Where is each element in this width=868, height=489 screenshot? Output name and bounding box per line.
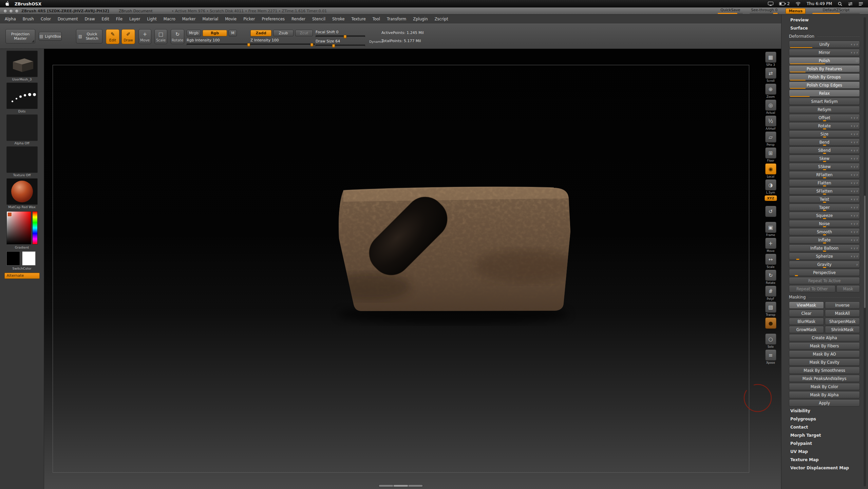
- deform-polish[interactable]: Polish ○: [789, 57, 860, 64]
- battery-icon[interactable]: 2: [779, 1, 790, 6]
- window-controls[interactable]: [3, 9, 19, 13]
- axis-toggles[interactable]: ·: [857, 84, 858, 87]
- deform-spherize[interactable]: Spherize x y z: [789, 253, 860, 260]
- switch-color-label[interactable]: SwitchColor: [0, 266, 44, 271]
- rgb-button[interactable]: Rgb: [203, 30, 227, 36]
- slider-handle[interactable]: [310, 43, 314, 47]
- deform-unify[interactable]: Unify x y z: [789, 41, 860, 48]
- window-zoom-button[interactable]: [15, 9, 19, 13]
- window-close-button[interactable]: [3, 9, 7, 13]
- deform-twist[interactable]: Twist x y z: [789, 196, 860, 203]
- axis-toggles[interactable]: x y z: [851, 125, 858, 127]
- slider-handle[interactable]: [247, 43, 250, 47]
- m-button[interactable]: M: [229, 30, 237, 36]
- shelf-scroll[interactable]: ⇄ Scroll: [763, 68, 778, 83]
- mask-viewmask[interactable]: ViewMask: [789, 302, 824, 309]
- axis-toggles[interactable]: x y z: [851, 214, 858, 217]
- shelf-xpose[interactable]: ≡ Xpose: [763, 349, 778, 364]
- palette-section-vector-displacement-map[interactable]: Vector Displacement Map: [789, 465, 860, 471]
- axis-toggles[interactable]: ·: [857, 68, 858, 70]
- menu-color[interactable]: Color: [37, 17, 54, 21]
- menu-draw[interactable]: Draw: [81, 17, 98, 21]
- control-center-icon[interactable]: [848, 2, 853, 6]
- deform-polish-crisp-edges[interactable]: Polish Crisp Edges ·: [789, 82, 860, 89]
- deform-polish-by-features[interactable]: Polish By Features ·: [789, 65, 860, 72]
- deform-noise[interactable]: Noise x y z: [789, 220, 860, 227]
- secondary-color-swatch[interactable]: [22, 251, 36, 266]
- deform-bend[interactable]: Bend x y z: [789, 139, 860, 146]
- mask-small-button[interactable]: Mask: [836, 285, 860, 292]
- menu-movie[interactable]: Movie: [222, 17, 240, 21]
- quick-sketch-button[interactable]: ▧Quick Sketch: [76, 29, 102, 43]
- axis-toggles[interactable]: ·: [857, 92, 858, 95]
- mrgb-button[interactable]: Mrgb: [187, 30, 201, 36]
- axis-toggles[interactable]: x y z: [851, 133, 858, 135]
- shelf-actual[interactable]: ◎ Actual: [763, 99, 778, 114]
- palette-section-texture-map[interactable]: Texture Map: [789, 456, 860, 463]
- mask-maskall[interactable]: MaskAll: [825, 310, 860, 317]
- axis-toggles[interactable]: y: [856, 263, 858, 266]
- panel-scrollbar[interactable]: [864, 17, 866, 486]
- deform-inflate-balloon[interactable]: Inflate Balloon x y z: [789, 244, 860, 252]
- masking-header[interactable]: Masking: [789, 295, 860, 300]
- mask-mask-by-alpha[interactable]: Mask By Alpha: [789, 391, 860, 398]
- deform-smooth[interactable]: Smooth x y z: [789, 228, 860, 235]
- shelf-move[interactable]: + Move: [763, 238, 778, 253]
- axis-toggles[interactable]: x y z: [851, 165, 858, 168]
- deform-relax[interactable]: Relax ·: [789, 90, 860, 97]
- axis-toggles[interactable]: ○: [856, 59, 858, 62]
- menu-preferences[interactable]: Preferences: [258, 17, 288, 21]
- slider-handle[interactable]: [344, 35, 347, 38]
- menu-edit[interactable]: Edit: [98, 17, 113, 21]
- deform-mirror[interactable]: Mirror x y z: [789, 49, 860, 56]
- projection-master-button[interactable]: Projection Master: [5, 29, 35, 43]
- palette-section-polygroups[interactable]: Polygroups: [789, 416, 860, 422]
- axis-toggles[interactable]: x y z: [851, 247, 858, 250]
- mask-mask-by-cavity[interactable]: Mask By Cavity: [789, 359, 860, 366]
- menu-file[interactable]: File: [113, 17, 126, 21]
- menu-picker[interactable]: Picker: [240, 17, 258, 21]
- deform-polish-by-groups[interactable]: Polish By Groups ·: [789, 73, 860, 80]
- macos-app-name[interactable]: ZBrushOSX: [15, 1, 41, 6]
- shelf-transp[interactable]: ▧ Transp: [763, 302, 778, 316]
- menu-transform[interactable]: Transform: [383, 17, 410, 21]
- mask-clear[interactable]: Clear: [789, 310, 824, 317]
- deform-inflate[interactable]: Inflate x y z: [789, 236, 860, 243]
- current-alpha-slot[interactable]: Alpha Off: [6, 114, 38, 145]
- axis-toggles[interactable]: x y z: [851, 190, 858, 193]
- mask-sharpenmask[interactable]: SharpenMask: [825, 318, 860, 325]
- mask-mask-peaksandvalleys[interactable]: Mask PeaksAndValleys: [789, 375, 860, 382]
- mask-mask-by-smoothness[interactable]: Mask By Smoothness: [789, 367, 860, 374]
- deform-sskew[interactable]: SSkew x y z: [789, 163, 860, 170]
- axis-toggles[interactable]: x y z: [851, 51, 858, 54]
- apple-menu-icon[interactable]: [5, 1, 9, 7]
- axis-toggles[interactable]: x y z: [851, 43, 858, 46]
- palette-section-visibility[interactable]: Visibility: [789, 408, 860, 414]
- menu-render[interactable]: Render: [288, 17, 309, 21]
- current-texture-slot[interactable]: Texture Off: [6, 146, 38, 177]
- main-color-swatch[interactable]: [6, 251, 20, 266]
- axis-toggles[interactable]: x y z: [851, 222, 858, 225]
- shelf-lsym[interactable]: ◑ L.Sym: [763, 179, 778, 194]
- zadd-button[interactable]: Zadd: [250, 30, 271, 36]
- draw-size-slider[interactable]: [316, 44, 365, 47]
- deform-offset[interactable]: Offset x y z: [789, 114, 860, 121]
- shelf-zoom[interactable]: ⊕ Zoom: [763, 84, 778, 98]
- deform-gravity[interactable]: Gravity y: [789, 261, 860, 268]
- brush-thumbnail[interactable]: [6, 51, 38, 77]
- focal-shift-slider[interactable]: [316, 35, 365, 37]
- shelf-scale[interactable]: ↔ Scale: [763, 254, 778, 269]
- default-zscript-slider[interactable]: DefaultZScript: [812, 8, 860, 14]
- repeat-to-active-button[interactable]: Repeat To Active: [789, 277, 860, 284]
- shelf-solo[interactable]: ○ Solo: [763, 333, 778, 348]
- axis-toggles[interactable]: x y z: [851, 182, 858, 184]
- shelf-local[interactable]: ◉ Local: [763, 163, 778, 178]
- deform-smart-resym[interactable]: Smart ReSym: [789, 98, 860, 105]
- canvas-scrollbar[interactable]: [378, 484, 423, 487]
- menu-macro[interactable]: Macro: [160, 17, 179, 21]
- palette-section-morph-target[interactable]: Morph Target: [789, 432, 860, 439]
- notification-list-icon[interactable]: [858, 2, 863, 6]
- menu-texture[interactable]: Texture: [348, 17, 369, 21]
- shelf-spin[interactable]: ↺: [763, 206, 778, 221]
- menu-material[interactable]: Material: [199, 17, 222, 21]
